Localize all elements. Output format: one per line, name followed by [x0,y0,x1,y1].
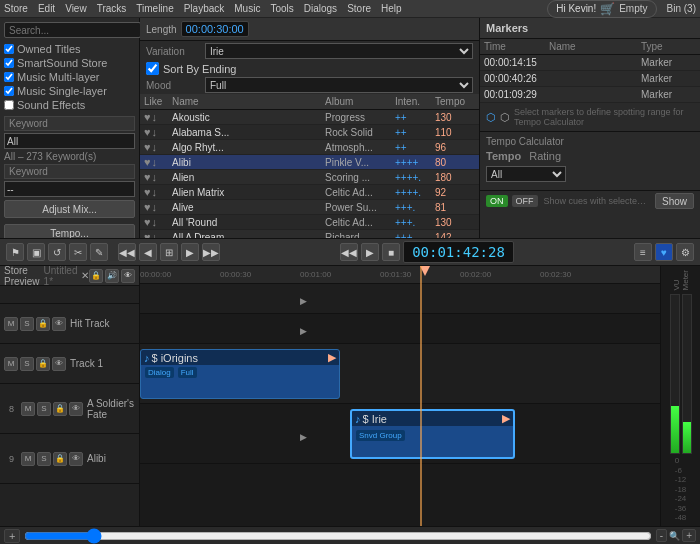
clip-irie[interactable]: ♪ $ Irie ▶ Snvd Group [350,409,515,459]
menu-dialogs[interactable]: Dialogs [304,3,337,14]
menu-view[interactable]: View [65,3,87,14]
transport-btn-2[interactable]: ▣ [27,243,45,261]
menu-tracks[interactable]: Tracks [97,3,127,14]
clip-irie-sublabels: Snvd Group [352,426,513,442]
track-hit-icons: M S 🔒 👁 [4,317,66,331]
track-1-name: Track 1 [70,358,135,369]
bottom-transport-bar: + - 🔍 + [0,526,700,544]
transport-btn-3[interactable]: ↺ [48,243,66,261]
track8-mute-icon[interactable]: M [21,402,35,416]
transport-right-btn2[interactable]: ♥ [655,243,673,261]
clip-iorigins-header: ♪ $ iOrigins ▶ [141,350,339,365]
project-label: Untitled 1* [44,266,78,287]
menu-timeline[interactable]: Timeline [136,3,173,14]
zoom-icon: 🔍 [669,531,680,541]
timeline-speaker-button[interactable]: 🔊 [105,269,119,283]
transport-btn-5[interactable]: ✎ [90,243,108,261]
ruler-mark-5: 00:02:30 [540,270,571,279]
vu-fill-right [683,422,691,454]
timeline-eye-button[interactable]: 👁 [121,269,135,283]
transport-right-btn3[interactable]: ⚙ [676,243,694,261]
vu-fill-left [671,406,679,453]
transport-right-btn1[interactable]: ≡ [634,243,652,261]
track-9-marker: ▶ [300,432,307,442]
timeline-tracks: ALEX71 Download Software Gratis 00:00:00… [140,266,660,526]
greeting-text: Hi Kevin! [556,3,596,14]
track9-mute-icon[interactable]: M [21,452,35,466]
track-hit-name: Hit Track [70,318,135,329]
clip-iorigins[interactable]: ♪ $ iOrigins ▶ Dialog Full [140,349,340,399]
timeline-close-icon[interactable]: ✕ [81,270,89,281]
ruler-mark-1: 00:00:30 [220,270,251,279]
transport-right-controls: ≡ ♥ ⚙ [634,243,694,261]
transport-next-frame[interactable]: ▶ [181,243,199,261]
transport-prev-btn[interactable]: ◀◀ [118,243,136,261]
menu-store[interactable]: Store [4,3,28,14]
transport-bar: ⚑ ▣ ↺ ✂ ✎ ◀◀ ◀ ⊞ ▶ ▶▶ ◀◀ ▶ ■ 00:01:42:28… [0,238,700,266]
track-solo-icon[interactable]: S [20,317,34,331]
greeting-badge: Hi Kevin! 🛒 Empty [547,0,656,18]
menu-edit[interactable]: Edit [38,3,55,14]
menu-music[interactable]: Music [234,3,260,14]
cart-label: Empty [619,3,647,14]
track-controls-panel: Store Preview Untitled 1* ✕ 🔒 🔊 👁 M S 🔒 … [0,266,140,526]
vu-scale: 0 -6 -12 -18 -24 -36 -48 [675,456,687,522]
transport-next-btn[interactable]: ▶▶ [202,243,220,261]
track-alibi-controls: 9 M S 🔒 👁 Alibi [0,434,139,484]
timeline-ruler: 00:00:00 00:00:30 00:01:00 00:01:30 00:0… [140,266,660,284]
track8-lock-icon[interactable]: 🔒 [53,402,67,416]
clip-iorigins-sublabels: Dialog Full [141,365,339,380]
clip-snvd-label: Snvd Group [356,430,405,441]
track-lock-icon[interactable]: 🔒 [36,317,50,331]
timecode-display: 00:01:42:28 [403,241,514,263]
clip-music-icon: ♪ [144,352,150,364]
transport-add-marker[interactable]: ⊞ [160,243,178,261]
play-button[interactable]: ▶ [361,243,379,261]
cart-icon: 🛒 [600,2,615,16]
bottom-add-track-btn[interactable]: + [4,529,20,543]
track-hit-marker: ▶ [300,296,307,306]
menu-playback[interactable]: Playback [184,3,225,14]
vu-scale-24: -24 [675,494,687,503]
clip-irie-header: ♪ $ Irie ▶ [352,411,513,426]
transport-btn-1[interactable]: ⚑ [6,243,24,261]
vu-bar-left [670,294,680,454]
track-mute-icon[interactable]: M [4,317,18,331]
track1-lock-icon[interactable]: 🔒 [36,357,50,371]
menu-help[interactable]: Help [381,3,402,14]
track-8-num: 8 [4,404,19,414]
timeline-track-8: ♪ $ iOrigins ▶ Dialog Full [140,344,660,404]
transport-prev-frame[interactable]: ◀ [139,243,157,261]
track8-solo-icon[interactable]: S [37,402,51,416]
track9-eye-icon[interactable]: 👁 [69,452,83,466]
transport-btn-4[interactable]: ✂ [69,243,87,261]
track-9-num: 9 [4,454,19,464]
store-preview-label: Store Preview [4,266,40,287]
timeline-lock-button[interactable]: 🔒 [89,269,103,283]
track1-mute-icon[interactable]: M [4,357,18,371]
clip-irie-music-icon: ♪ [355,413,361,425]
menu-tools[interactable]: Tools [270,3,293,14]
clip-iorigins-label: $ iOrigins [152,352,198,364]
ruler-mark-4: 00:02:00 [460,270,491,279]
track1-solo-icon[interactable]: S [20,357,34,371]
timeline-section: Store Preview Untitled 1* ✕ 🔒 🔊 👁 M S 🔒 … [0,266,700,526]
menu-store2[interactable]: Store [347,3,371,14]
track-eye-icon[interactable]: 👁 [52,317,66,331]
menu-bar: Store Edit View Tracks Timeline Playback… [0,0,700,18]
track9-lock-icon[interactable]: 🔒 [53,452,67,466]
track-9-name: Alibi [87,453,135,464]
clip-irie-end-marker: ▶ [502,412,510,425]
zoom-in-button[interactable]: + [682,529,696,542]
track-soldiers-controls: 8 M S 🔒 👁 A Soldier's Fate [0,384,139,434]
track1-eye-icon[interactable]: 👁 [52,357,66,371]
track-8-name: A Soldier's Fate [87,398,135,420]
vu-bars [670,294,692,454]
track9-solo-icon[interactable]: S [37,452,51,466]
stop-button[interactable]: ■ [382,243,400,261]
horizontal-scrollbar[interactable] [24,532,651,540]
clip-irie-label: $ Irie [363,413,387,425]
zoom-out-button[interactable]: - [656,529,667,542]
track8-eye-icon[interactable]: 👁 [69,402,83,416]
rewind-button[interactable]: ◀◀ [340,243,358,261]
